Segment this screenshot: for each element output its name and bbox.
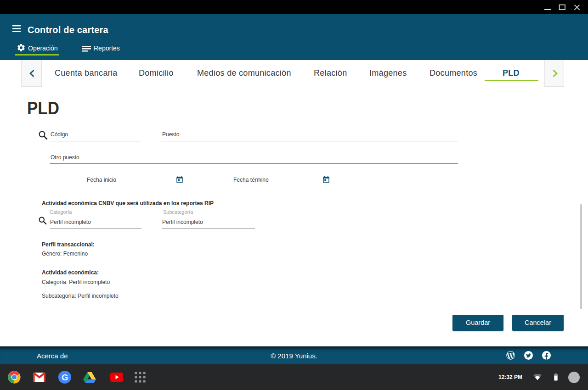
svg-text:G: G — [62, 373, 68, 382]
